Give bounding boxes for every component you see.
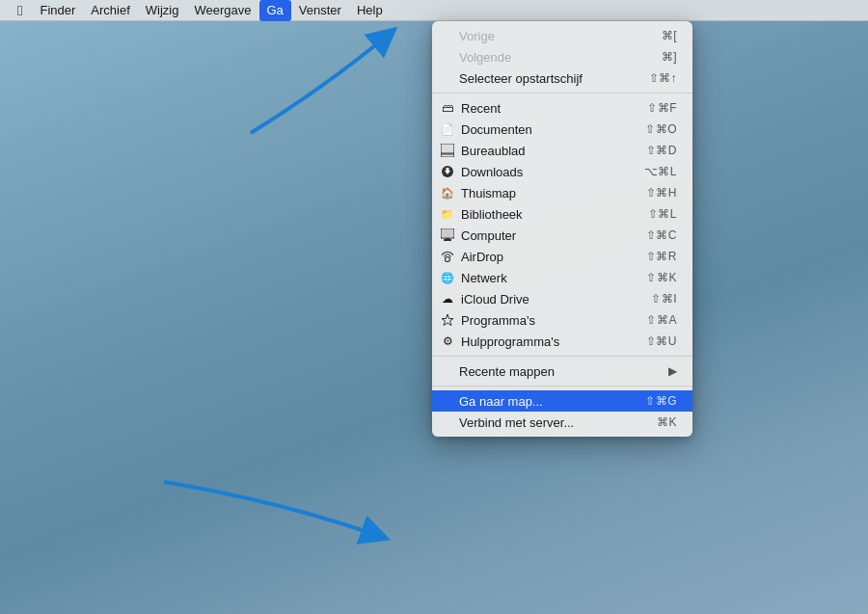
menu-label-documenten: Documenten <box>461 122 532 137</box>
svg-point-10 <box>446 257 450 262</box>
menu-label-ga-naar-map: Ga naar map... <box>459 394 543 409</box>
arrow-up-annotation <box>193 27 424 143</box>
bibliotheek-icon: 📁 <box>440 206 455 222</box>
menu-item-hulp[interactable]: ⚙ Hulpprogramma's ⇧⌘U <box>432 331 692 352</box>
menu-shortcut-bureaublad: ⇧⌘D <box>646 144 677 157</box>
menu-shortcut-vorige: ⌘[ <box>662 29 677 42</box>
wijzig-menu[interactable]: Wijzig <box>138 0 187 21</box>
airdrop-icon <box>440 249 455 264</box>
menu-label-selecteer: Selecteer opstartschijf <box>459 71 583 86</box>
menu-shortcut-computer: ⇧⌘C <box>646 228 677 242</box>
menu-label-bibliotheek: Bibliotheek <box>461 207 523 222</box>
menu-label-icloud: iCloud Drive <box>461 292 529 307</box>
menu-label-downloads: Downloads <box>461 165 523 179</box>
menu-shortcut-icloud: ⇧⌘I <box>651 292 677 306</box>
menu-item-ga-naar-map[interactable]: Ga naar map... ⇧⌘G <box>432 390 692 412</box>
hulp-icon: ⚙ <box>440 334 455 349</box>
weergave-menu[interactable]: Weergave <box>186 0 258 21</box>
ga-menu[interactable]: Ga <box>259 0 291 21</box>
svg-rect-7 <box>442 229 453 237</box>
apple-menu[interactable]:  <box>8 0 32 21</box>
documenten-icon: 📄 <box>440 121 455 137</box>
computer-icon <box>440 227 455 243</box>
arrow-down-annotation <box>125 463 415 559</box>
menu-shortcut-recente-mappen: ▶ <box>668 364 678 378</box>
menu-shortcut-volgende: ⌘] <box>662 50 677 64</box>
menu-item-selecteer[interactable]: Selecteer opstartschijf ⇧⌘↑ <box>432 67 692 89</box>
help-menu[interactable]: Help <box>349 0 391 21</box>
netwerk-icon: 🌐 <box>440 270 455 285</box>
icloud-icon: ☁ <box>440 291 455 307</box>
menu-label-computer: Computer <box>461 228 516 243</box>
finder-menu[interactable]: Finder <box>32 0 83 21</box>
menu-item-airdrop[interactable]: AirDrop ⇧⌘R <box>432 246 692 267</box>
menu-shortcut-recent: ⇧⌘F <box>647 101 677 115</box>
svg-rect-5 <box>447 168 449 171</box>
menu-shortcut-ga-naar-map: ⇧⌘G <box>645 394 677 408</box>
menu-label-bureaublad: Bureaublad <box>461 144 526 158</box>
menu-separator-3 <box>432 386 692 387</box>
ga-dropdown-menu: Vorige ⌘[ Volgende ⌘] Selecteer opstarts… <box>432 21 692 437</box>
menu-item-verbind[interactable]: Verbind met server... ⌘K <box>432 412 692 433</box>
menubar:  Finder Archief Wijzig Weergave Ga Vens… <box>0 0 868 21</box>
menu-item-recent[interactable]: 🗃 Recent ⇧⌘F <box>432 97 692 119</box>
menu-item-downloads[interactable]: Downloads ⌥⌘L <box>432 161 692 182</box>
archief-menu[interactable]: Archief <box>83 0 137 21</box>
menu-label-recent: Recent <box>461 101 501 116</box>
menu-shortcut-programmas: ⇧⌘A <box>646 313 677 327</box>
menu-shortcut-netwerk: ⇧⌘K <box>646 271 677 284</box>
menu-item-computer[interactable]: Computer ⇧⌘C <box>432 225 692 246</box>
menu-separator-1 <box>432 93 692 93</box>
menu-item-thuismap[interactable]: 🏠 Thuismap ⇧⌘H <box>432 182 692 203</box>
menu-item-netwerk[interactable]: 🌐 Netwerk ⇧⌘K <box>432 267 692 288</box>
menu-item-bibliotheek[interactable]: 📁 Bibliotheek ⇧⌘L <box>432 203 692 225</box>
svg-rect-1 <box>442 145 453 152</box>
menu-shortcut-thuismap: ⇧⌘H <box>646 186 677 200</box>
menu-shortcut-verbind: ⌘K <box>657 415 677 429</box>
menu-shortcut-bibliotheek: ⇧⌘L <box>648 207 677 221</box>
menu-item-volgende[interactable]: Volgende ⌘] <box>432 46 692 67</box>
menu-label-airdrop: AirDrop <box>461 250 503 264</box>
menu-label-recente-mappen: Recente mappen <box>459 364 555 379</box>
menu-item-icloud[interactable]: ☁ iCloud Drive ⇧⌘I <box>432 288 692 309</box>
menu-label-hulp: Hulpprogramma's <box>461 334 559 349</box>
menu-item-documenten[interactable]: 📄 Documenten ⇧⌘O <box>432 119 692 140</box>
svg-rect-9 <box>446 238 449 239</box>
menu-label-programmas: Programma's <box>461 313 535 328</box>
menu-label-volgende: Volgende <box>459 50 511 65</box>
recent-icon: 🗃 <box>440 100 455 116</box>
menu-item-recente-mappen[interactable]: Recente mappen ▶ <box>432 360 692 382</box>
downloads-icon <box>440 164 455 179</box>
menu-item-vorige[interactable]: Vorige ⌘[ <box>432 25 692 46</box>
menu-item-left-recent: 🗃 Recent <box>440 100 501 116</box>
menu-shortcut-selecteer: ⇧⌘↑ <box>649 71 678 85</box>
svg-rect-2 <box>441 154 454 157</box>
menu-label-vorige: Vorige <box>459 29 495 43</box>
menu-item-programmas[interactable]: Programma's ⇧⌘A <box>432 309 692 331</box>
thuismap-icon: 🏠 <box>440 185 455 200</box>
menu-shortcut-documenten: ⇧⌘O <box>645 122 677 136</box>
menu-label-netwerk: Netwerk <box>461 271 507 285</box>
menu-shortcut-airdrop: ⇧⌘R <box>646 250 677 263</box>
menu-item-bureaublad[interactable]: Bureaublad ⇧⌘D <box>432 140 692 161</box>
desktop:  Finder Archief Wijzig Weergave Ga Vens… <box>0 0 868 614</box>
venster-menu[interactable]: Venster <box>291 0 349 21</box>
bureaublad-icon <box>440 143 455 158</box>
menu-shortcut-hulp: ⇧⌘U <box>646 334 677 348</box>
menu-separator-2 <box>432 356 692 357</box>
menu-label-thuismap: Thuismap <box>461 186 516 200</box>
programmas-icon <box>440 312 455 328</box>
menu-shortcut-downloads: ⌥⌘L <box>644 165 677 178</box>
svg-rect-8 <box>444 239 451 241</box>
menu-label-verbind: Verbind met server... <box>459 415 574 430</box>
